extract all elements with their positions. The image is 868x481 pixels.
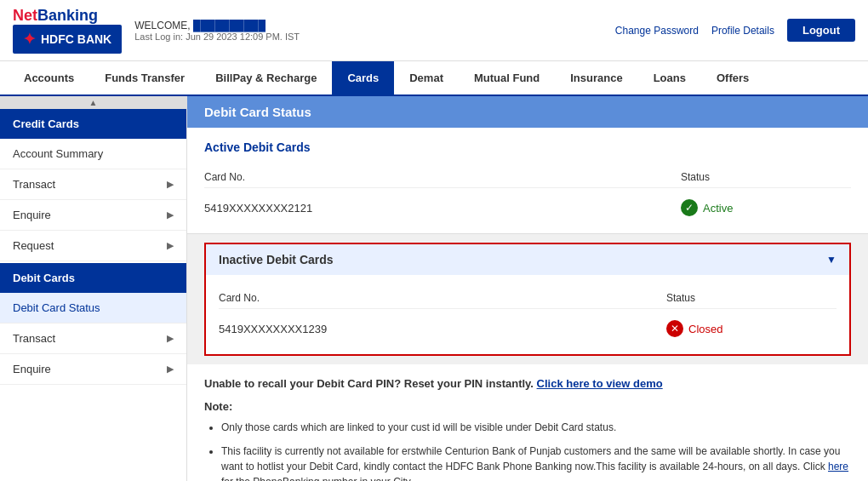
last-login-date: Jun 29 2023 12:09 PM. IST xyxy=(186,31,300,42)
account-summary-label: Account Summary xyxy=(13,147,103,160)
enquire-label: Enquire xyxy=(13,209,51,221)
debit-enquire-label: Enquire xyxy=(13,363,51,375)
check-icon: ✓ xyxy=(681,199,698,216)
nav-item-accounts[interactable]: Accounts xyxy=(9,61,89,94)
nav-item-mutualfund[interactable]: Mutual Fund xyxy=(459,61,555,94)
transact-label: Transact xyxy=(13,178,55,191)
sidebar-item-enquire[interactable]: Enquire ▶ xyxy=(0,200,186,231)
nav-item-loans[interactable]: Loans xyxy=(638,61,701,94)
main-content: Debit Card Status Active Debit Cards Car… xyxy=(187,96,868,481)
active-card-status: ✓ Active xyxy=(681,199,851,216)
debit-transact-label: Transact xyxy=(13,332,55,345)
enquire-arrow-icon: ▶ xyxy=(167,209,174,220)
note-item-1: Only those cards which are linked to you… xyxy=(221,420,851,435)
active-debit-cards-section: Active Debit Cards Card No. Status 5419X… xyxy=(187,128,868,234)
note-section: Unable to recall your Debit Card PIN? Re… xyxy=(187,364,868,481)
scroll-up-area: ▲ xyxy=(0,96,186,109)
pin-reset-text: Unable to recall your Debit Card PIN? Re… xyxy=(204,377,851,390)
nav-link-accounts[interactable]: Accounts xyxy=(9,61,89,94)
debit-card-status-label: Debit Card Status xyxy=(13,301,100,314)
sidebar-item-account-summary[interactable]: Account Summary xyxy=(0,139,186,169)
inactive-card-row: 5419XXXXXXXX1239 ✕ Closed xyxy=(219,316,837,341)
active-status-text: Active xyxy=(703,202,733,215)
pin-reset-link[interactable]: Click here to view demo xyxy=(537,377,663,390)
sidebar-item-debit-transact[interactable]: Transact ▶ xyxy=(0,324,186,354)
main-nav: Accounts Funds Transfer BillPay & Rechar… xyxy=(0,61,868,96)
main-layout: ▲ Credit Cards Account Summary Transact … xyxy=(0,96,868,481)
sidebar-credit-cards-title[interactable]: Credit Cards xyxy=(0,109,186,139)
x-icon: ✕ xyxy=(666,320,683,337)
note-item-2: This facility is currently not available… xyxy=(221,444,851,481)
chevron-down-icon: ▼ xyxy=(826,254,837,266)
debit-cards-label: Debit Cards xyxy=(13,272,75,284)
status-col-header: Status xyxy=(681,171,851,183)
pin-reset-main-text: Unable to recall your Debit Card PIN? Re… xyxy=(204,377,534,390)
inactive-cards-header[interactable]: Inactive Debit Cards ▼ xyxy=(206,244,849,275)
profile-details-link[interactable]: Profile Details xyxy=(711,25,774,37)
note-list: Only those cards which are linked to you… xyxy=(204,420,851,481)
card-no-col-header: Card No. xyxy=(204,171,681,183)
nav-link-loans[interactable]: Loans xyxy=(638,61,701,94)
nav-item-demat[interactable]: Demat xyxy=(394,61,459,94)
phonebanking-link[interactable]: here xyxy=(828,461,848,472)
nav-link-insurance[interactable]: Insurance xyxy=(555,61,637,94)
nav-link-demat[interactable]: Demat xyxy=(394,61,459,94)
inactive-debit-cards-section: Inactive Debit Cards ▼ Card No. Status 5… xyxy=(204,243,851,356)
debit-card-status-title: Debit Card Status xyxy=(204,105,311,119)
sidebar-item-transact[interactable]: Transact ▶ xyxy=(0,169,186,200)
sidebar-item-debit-card-status[interactable]: Debit Card Status xyxy=(0,293,186,324)
active-card-row: 5419XXXXXXXX2121 ✓ Active xyxy=(204,195,851,220)
sidebar-item-request[interactable]: Request ▶ xyxy=(0,231,186,261)
debit-transact-arrow-icon: ▶ xyxy=(167,333,174,344)
active-cards-table: Card No. Status 5419XXXXXXXX2121 ✓ Activ… xyxy=(204,167,851,220)
nav-link-cards[interactable]: Cards xyxy=(332,61,394,94)
active-card-number: 5419XXXXXXXX2121 xyxy=(204,202,681,215)
hdfc-star-icon: ✦ xyxy=(23,30,36,49)
welcome-label: WELCOME, xyxy=(134,20,190,31)
change-password-link[interactable]: Change Password xyxy=(615,25,699,37)
nav-link-funds[interactable]: Funds Transfer xyxy=(89,61,200,94)
table-header-row: Card No. Status xyxy=(204,167,851,188)
nav-item-billpay[interactable]: BillPay & Recharge xyxy=(200,61,332,94)
nav-link-billpay[interactable]: BillPay & Recharge xyxy=(200,61,332,94)
inactive-card-number: 5419XXXXXXXX1239 xyxy=(219,323,666,335)
active-cards-title: Active Debit Cards xyxy=(204,140,851,154)
nav-link-offers[interactable]: Offers xyxy=(701,61,764,94)
nav-item-offers[interactable]: Offers xyxy=(701,61,764,94)
sidebar-item-debit-enquire[interactable]: Enquire ▶ xyxy=(0,354,186,385)
logo-area: NetBanking ✦ HDFC BANK xyxy=(13,7,122,54)
request-label: Request xyxy=(13,239,54,252)
netbanking-logo: NetBanking ✦ HDFC BANK xyxy=(13,7,122,54)
inactive-card-status: ✕ Closed xyxy=(666,320,837,337)
sidebar-debit-cards-title[interactable]: Debit Cards xyxy=(0,263,186,293)
debit-enquire-arrow-icon: ▶ xyxy=(167,364,174,375)
content-area: Debit Card Status Active Debit Cards Car… xyxy=(187,96,868,481)
transact-arrow-icon: ▶ xyxy=(167,179,174,190)
sidebar: ▲ Credit Cards Account Summary Transact … xyxy=(0,96,187,481)
hdfc-bank-name: HDFC BANK xyxy=(41,32,111,46)
welcome-area: WELCOME, ██████████ Last Log in: Jun 29 … xyxy=(134,20,300,42)
inactive-cards-table: Card No. Status 5419XXXXXXXX1239 ✕ Close… xyxy=(219,288,837,341)
header-left: NetBanking ✦ HDFC BANK WELCOME, ████████… xyxy=(13,7,300,54)
inactive-cards-title: Inactive Debit Cards xyxy=(219,253,334,266)
nav-item-insurance[interactable]: Insurance xyxy=(555,61,637,94)
nav-list: Accounts Funds Transfer BillPay & Rechar… xyxy=(0,61,868,94)
inactive-status-col-header: Status xyxy=(666,292,837,304)
note-label: Note: xyxy=(204,400,851,413)
credit-cards-label: Credit Cards xyxy=(13,117,79,130)
closed-status-text: Closed xyxy=(688,323,722,335)
inactive-table-header-row: Card No. Status xyxy=(219,288,837,309)
nav-link-mutualfund[interactable]: Mutual Fund xyxy=(459,61,555,94)
header-right: Change Password Profile Details Logout xyxy=(615,19,855,42)
debit-card-status-header: Debit Card Status xyxy=(187,96,868,128)
nav-item-cards[interactable]: Cards xyxy=(332,61,394,94)
scroll-up-icon[interactable]: ▲ xyxy=(89,98,98,107)
logout-button[interactable]: Logout xyxy=(787,19,855,42)
last-login-label: Last Log in: xyxy=(134,31,183,42)
request-arrow-icon: ▶ xyxy=(167,240,174,251)
welcome-name: ██████████ xyxy=(193,20,266,31)
header: NetBanking ✦ HDFC BANK WELCOME, ████████… xyxy=(0,0,868,61)
nav-item-funds[interactable]: Funds Transfer xyxy=(89,61,200,94)
inactive-card-no-col-header: Card No. xyxy=(219,292,666,304)
inactive-cards-body: Card No. Status 5419XXXXXXXX1239 ✕ Close… xyxy=(206,275,849,354)
